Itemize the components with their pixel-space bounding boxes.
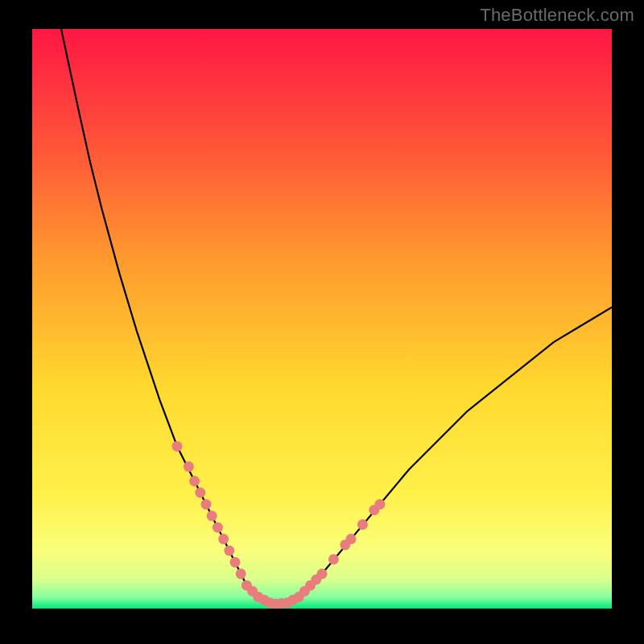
highlight-dot	[230, 557, 241, 568]
highlight-dot	[213, 522, 223, 533]
highlight-dot	[189, 476, 200, 486]
plot-area	[32, 29, 612, 609]
highlight-dot	[224, 546, 234, 556]
highlight-dot	[201, 499, 212, 510]
highlight-dot	[195, 488, 205, 498]
highlight-dots	[172, 441, 386, 609]
highlight-dot	[184, 461, 194, 472]
highlight-dot	[357, 519, 368, 530]
highlight-dot	[207, 510, 217, 521]
watermark-text: TheBottleneck.com	[480, 5, 634, 26]
highlight-dot	[218, 534, 229, 544]
highlight-dot	[172, 441, 183, 452]
chart-stage: TheBottleneck.com	[0, 0, 644, 644]
highlight-dot	[317, 568, 328, 579]
highlight-dot	[346, 534, 357, 544]
highlight-dot	[328, 554, 339, 564]
highlight-dot	[375, 499, 386, 510]
highlight-dot	[236, 568, 246, 579]
bottleneck-curve	[61, 29, 612, 604]
curve-layer	[32, 29, 612, 609]
